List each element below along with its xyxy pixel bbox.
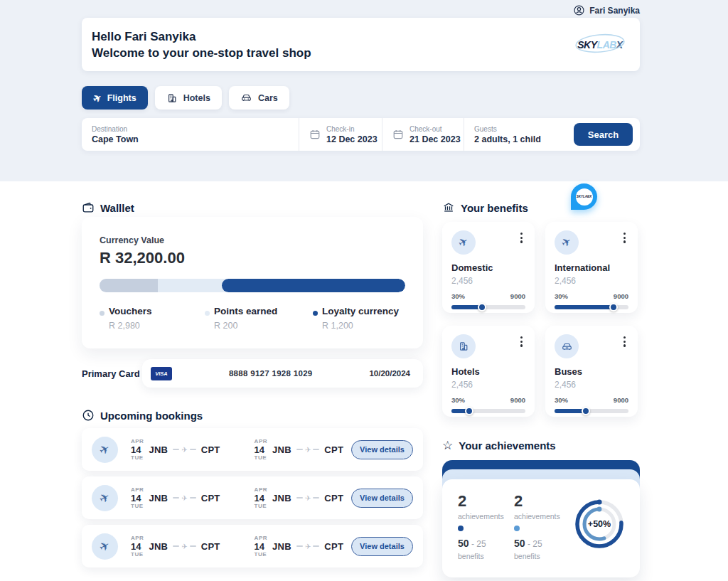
plane-icon: ✈ xyxy=(97,490,112,506)
benefits-range-main: 50 xyxy=(514,538,525,549)
slider-thumb[interactable] xyxy=(478,303,486,311)
card-expiry: 10/20/2024 xyxy=(369,369,410,378)
legend-points: Points earned R 200 xyxy=(205,306,313,331)
view-details-button[interactable]: View details xyxy=(351,537,413,556)
benefits-range-label: benefits xyxy=(458,552,514,560)
slider-thumb[interactable] xyxy=(465,407,473,415)
leg-day: 14 xyxy=(255,494,267,503)
card-number: 8888 9127 1928 1029 xyxy=(172,369,369,378)
booking-leg: APR14TUE JNB ✈ CPT xyxy=(131,487,220,509)
legend-dot xyxy=(205,311,210,316)
checkin-field[interactable]: Check-in 12 Dec 2023 xyxy=(299,118,382,151)
benefit-slider[interactable] xyxy=(451,305,525,309)
slider-min-label: 30% xyxy=(451,292,465,300)
flight-avatar: ✈ xyxy=(92,533,118,560)
leg-weekday: TUE xyxy=(131,503,144,509)
checkout-field[interactable]: Check-out 21 Dec 2023 xyxy=(382,118,464,151)
leg-day: 14 xyxy=(255,445,267,454)
slider-max-label: 9000 xyxy=(510,292,525,300)
leg-origin: JNB xyxy=(272,444,291,455)
kebab-menu-icon[interactable] xyxy=(518,334,525,349)
legend-points-value: R 200 xyxy=(214,321,313,331)
benefit-card-domestic: ✈ Domestic 2,456 30%9000 xyxy=(442,222,535,313)
benefit-title: Domestic xyxy=(451,262,525,273)
achievements-section-title: Your achievements xyxy=(459,439,555,452)
kebab-menu-icon[interactable] xyxy=(621,230,628,245)
leg-destination: CPT xyxy=(324,444,343,455)
tab-flights[interactable]: ✈ Flights xyxy=(82,86,148,110)
route-plane-icon: ✈ xyxy=(296,494,319,502)
leg-weekday: TUE xyxy=(131,552,144,558)
flight-avatar: ✈ xyxy=(92,485,118,511)
chat-brand-logo: SKYLABX xyxy=(576,188,593,206)
leg-origin: JNB xyxy=(149,444,168,455)
leg-origin: JNB xyxy=(149,541,168,552)
bank-icon xyxy=(442,201,455,214)
clock-icon xyxy=(82,409,95,422)
guests-label: Guests xyxy=(474,125,541,133)
legend-dot xyxy=(313,311,318,316)
view-details-button[interactable]: View details xyxy=(351,489,413,508)
benefit-slider[interactable] xyxy=(555,305,628,309)
hero-subtitle: Welcome to your one-stop travel shop xyxy=(92,45,311,61)
achievements-progress-gauge: +50% xyxy=(570,495,628,553)
achievements-section-header: ☆ Your achievements xyxy=(442,439,556,452)
leg-destination: CPT xyxy=(201,541,220,552)
leg-day: 14 xyxy=(255,542,267,551)
flight-search-bar: Destination Cape Town Check-in 12 Dec 20… xyxy=(82,118,640,151)
primary-card-row: Primary Card VISA 8888 9127 1928 1029 10… xyxy=(82,359,423,388)
skylab-logo: SKYLABX xyxy=(573,33,627,57)
kebab-menu-icon[interactable] xyxy=(518,230,525,245)
destination-field[interactable]: Destination Cape Town xyxy=(82,118,299,151)
guests-field[interactable]: Guests 2 adults, 1 child xyxy=(464,118,574,151)
benefit-slider[interactable] xyxy=(555,409,628,413)
plane-icon: ✈ xyxy=(97,538,112,554)
calendar-icon xyxy=(392,129,404,140)
route-plane-icon: ✈ xyxy=(173,543,196,550)
currency-value-label: Currency Value xyxy=(100,235,405,245)
hero-greeting: Hello Fari Sanyika xyxy=(92,28,311,45)
primary-card-label: Primary Card xyxy=(82,368,142,379)
leg-origin: JNB xyxy=(272,493,291,503)
leg-weekday: TUE xyxy=(255,552,267,558)
benefit-value: 2,456 xyxy=(555,380,628,390)
benefit-card-international: ✈ International 2,456 30%9000 xyxy=(545,222,638,313)
booking-leg: APR14TUE JNB ✈ CPT xyxy=(131,535,220,558)
category-tabs: ✈ Flights Hotels Cars xyxy=(82,86,289,110)
kebab-menu-icon[interactable] xyxy=(621,334,628,349)
checkin-value: 12 Dec 2023 xyxy=(326,134,378,144)
wallet-icon xyxy=(82,201,95,214)
bar-segment-vouchers xyxy=(100,279,158,292)
user-account[interactable]: Fari Sanyika xyxy=(573,4,640,16)
legend-loyalty: Loyalty currency R 1,200 xyxy=(313,306,399,331)
plane-icon: ✈ xyxy=(91,92,103,105)
slider-max-label: 9000 xyxy=(614,396,628,404)
checkout-label: Check-out xyxy=(410,125,461,133)
slider-thumb[interactable] xyxy=(582,407,590,415)
logo-swoosh-icon xyxy=(573,33,627,57)
achievements-card: 2 achievements 50 - 25 benefits 2 achiev… xyxy=(442,479,640,577)
chat-widget-button[interactable]: SKYLABX xyxy=(571,183,597,210)
tab-hotels[interactable]: Hotels xyxy=(155,86,222,110)
leg-origin: JNB xyxy=(149,493,168,503)
search-button[interactable]: Search xyxy=(574,123,633,146)
route-plane-icon: ✈ xyxy=(296,543,319,550)
legend-vouchers: Vouchers R 2,980 xyxy=(100,306,205,331)
tab-cars[interactable]: Cars xyxy=(229,86,289,110)
view-details-button[interactable]: View details xyxy=(351,440,413,459)
legend-loyalty-value: R 1,200 xyxy=(322,321,399,331)
checkin-label: Check-in xyxy=(326,125,378,133)
legend-points-label: Points earned xyxy=(214,306,277,316)
benefit-slider[interactable] xyxy=(451,409,525,413)
primary-card[interactable]: VISA 8888 9127 1928 1029 10/20/2024 xyxy=(142,359,423,388)
leg-day: 14 xyxy=(131,542,144,551)
slider-thumb[interactable] xyxy=(609,303,618,311)
hotel-icon xyxy=(166,92,178,104)
leg-month: APR xyxy=(131,535,144,541)
legend-vouchers-value: R 2,980 xyxy=(109,321,205,331)
leg-month: APR xyxy=(255,439,267,444)
destination-value: Cape Town xyxy=(92,134,139,144)
wallet-card: Currency Value R 32,200.00 Vouchers R 2,… xyxy=(82,217,423,348)
benefits-range-sub: 25 xyxy=(476,539,486,549)
leg-origin: JNB xyxy=(272,541,291,552)
